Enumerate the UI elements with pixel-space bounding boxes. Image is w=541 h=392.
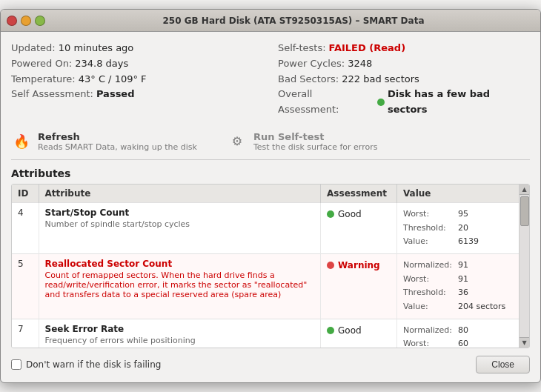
temp-label: Temperature: xyxy=(11,72,76,87)
bottom-bar: Don't warn if the disk is failing Close xyxy=(11,356,530,373)
attr-assessment-5: Warning xyxy=(321,254,397,319)
attr-name-5: Reallocated Sector Count xyxy=(45,259,315,269)
attr-assessment-4: Good xyxy=(321,202,397,253)
attr-name-7: Seek Error Rate xyxy=(45,324,315,334)
actions-bar: 🔥 Refresh Reads SMART Data, waking up th… xyxy=(11,125,530,160)
window-title: 250 GB Hard Disk (ATA ST9250315AS) – SMA… xyxy=(53,16,534,26)
temp-value: 43° C / 109° F xyxy=(79,72,147,87)
cycles-value: 3248 xyxy=(348,56,372,72)
assessment-text-4: Good xyxy=(338,209,362,219)
attributes-table: ID Attribute Assessment Value 4 xyxy=(12,185,519,348)
val-num-5-2: 36 xyxy=(458,286,468,300)
col-value: Value xyxy=(396,185,519,203)
val-label-5-0: Normalized: xyxy=(403,259,455,273)
minimize-button[interactable] xyxy=(21,16,31,26)
val-label-5-1: Worst: xyxy=(403,273,455,287)
info-row-updated: Updated: 10 minutes ago xyxy=(11,41,263,56)
updated-value: 10 minutes ago xyxy=(59,41,134,56)
maximize-button[interactable] xyxy=(35,16,45,26)
table-header-row: ID Attribute Assessment Value xyxy=(12,185,519,203)
selftest-icon: ⚙️ xyxy=(227,131,248,152)
good-icon-4 xyxy=(327,210,334,218)
attr-value-7: Normalized: 80 Worst: 60 Thr xyxy=(396,319,519,348)
val-num-4-2: 6139 xyxy=(458,235,479,249)
val-label-4-0: Worst: xyxy=(403,207,455,222)
attr-name-4: Start/Stop Count xyxy=(45,207,315,218)
val-num-7-1: 60 xyxy=(458,337,468,348)
info-row-cycles: Power Cycles: 3248 xyxy=(278,56,530,72)
overall-text: Disk has a few bad sectors xyxy=(388,87,530,118)
info-row-selfassess: Self Assessment: Passed xyxy=(11,87,263,102)
selftest-desc: Test the disk surface for errors xyxy=(253,142,377,152)
table-row: 5 Reallocated Sector Count Count of rema… xyxy=(12,254,519,319)
table-row: 4 Start/Stop Count Number of spindle sta… xyxy=(12,202,519,253)
attr-col-4: Start/Stop Count Number of spindle start… xyxy=(39,202,321,253)
updated-label: Updated: xyxy=(11,41,56,56)
assessment-text-5: Warning xyxy=(338,260,380,270)
attr-col-5: Reallocated Sector Count Count of remapp… xyxy=(39,254,321,319)
badsectors-value: 222 bad sectors xyxy=(342,72,419,87)
val-label-4-1: Threshold: xyxy=(403,222,455,236)
scroll-up-button[interactable]: ▲ xyxy=(520,185,530,195)
col-assessment: Assessment xyxy=(321,185,397,203)
val-label-4-2: Value: xyxy=(403,235,455,249)
selfassess-label: Self Assessment: xyxy=(11,87,93,102)
table-row: 7 Seek Error Rate Frequency of errors wh… xyxy=(12,319,519,348)
col-attribute: Attribute xyxy=(39,185,321,203)
close-window-button[interactable] xyxy=(7,16,17,26)
info-row-selftests: Self-tests: FAILED (Read) xyxy=(278,41,530,56)
val-label-7-1: Worst: xyxy=(403,337,455,348)
attr-id-5: 5 xyxy=(12,254,39,319)
selftest-title: Run Self-test xyxy=(253,131,377,142)
attributes-table-container: ID Attribute Assessment Value 4 xyxy=(11,184,530,348)
val-label-5-2: Threshold: xyxy=(403,286,455,300)
attr-value-5: Normalized: 91 Worst: 91 Thr xyxy=(396,254,519,319)
dont-warn-checkbox[interactable] xyxy=(11,359,21,370)
info-grid: Updated: 10 minutes ago Powered On: 234.… xyxy=(11,41,530,118)
val-label-7-0: Normalized: xyxy=(403,324,455,338)
warning-icon-5 xyxy=(327,262,334,269)
good-icon-7 xyxy=(327,327,334,334)
attr-desc-5: Count of remapped sectors. When the hard… xyxy=(45,270,315,299)
refresh-icon: 🔥 xyxy=(11,131,32,152)
dont-warn-label-text: Don't warn if the disk is failing xyxy=(26,359,161,370)
val-num-7-0: 80 xyxy=(458,324,468,338)
dont-warn-checkbox-label[interactable]: Don't warn if the disk is failing xyxy=(11,359,161,370)
attr-id-7: 7 xyxy=(12,319,39,348)
refresh-desc: Reads SMART Data, waking up the disk xyxy=(38,142,197,152)
selftest-action[interactable]: ⚙️ Run Self-test Test the disk surface f… xyxy=(227,131,377,152)
info-row-overall: Overall Assessment: Disk has a few bad s… xyxy=(278,87,530,118)
attributes-section-title: Attributes xyxy=(11,167,530,179)
attr-desc-4: Number of spindle start/stop cycles xyxy=(45,219,315,229)
badsectors-label: Bad Sectors: xyxy=(278,72,339,87)
attr-col-7: Seek Error Rate Frequency of errors whil… xyxy=(39,319,321,348)
info-row-powered: Powered On: 234.8 days xyxy=(11,56,263,72)
titlebar: 250 GB Hard Disk (ATA ST9250315AS) – SMA… xyxy=(1,10,540,32)
selfassess-value: Passed xyxy=(96,87,135,102)
refresh-title: Refresh xyxy=(38,131,197,142)
attr-id-4: 4 xyxy=(12,202,39,253)
attr-value-4: Worst: 95 Threshold: 20 Valu xyxy=(396,202,519,253)
overall-good-icon xyxy=(377,99,385,106)
powered-label: Powered On: xyxy=(11,56,72,72)
table-scroll[interactable]: ID Attribute Assessment Value 4 xyxy=(12,185,519,348)
val-num-4-1: 20 xyxy=(458,222,468,236)
refresh-action[interactable]: 🔥 Refresh Reads SMART Data, waking up th… xyxy=(11,131,197,152)
overall-label: Overall Assessment: xyxy=(278,87,374,118)
scroll-down-button[interactable]: ▼ xyxy=(520,337,530,348)
attr-desc-7: Frequency of errors while positioning xyxy=(45,336,315,345)
val-num-4-0: 95 xyxy=(458,207,468,222)
close-button[interactable]: Close xyxy=(476,356,530,373)
val-num-5-0: 91 xyxy=(458,259,468,273)
info-row-badsectors: Bad Sectors: 222 bad sectors xyxy=(278,72,530,87)
info-row-temp: Temperature: 43° C / 109° F xyxy=(11,72,263,87)
powered-value: 234.8 days xyxy=(75,56,128,72)
scroll-thumb[interactable] xyxy=(520,196,529,226)
val-num-5-3: 204 sectors xyxy=(458,300,505,314)
attr-assessment-7: Good xyxy=(321,319,397,348)
main-window: 250 GB Hard Disk (ATA ST9250315AS) – SMA… xyxy=(0,9,541,383)
col-id: ID xyxy=(12,185,39,203)
window-controls xyxy=(7,16,45,26)
assessment-text-7: Good xyxy=(338,325,362,336)
cycles-label: Power Cycles: xyxy=(278,56,345,72)
